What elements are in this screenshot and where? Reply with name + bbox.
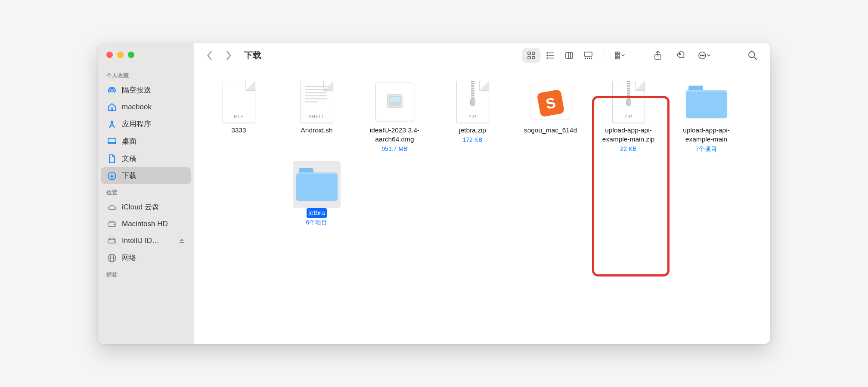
svg-rect-34 (618, 55, 620, 56)
window-controls (98, 49, 194, 68)
view-list-button[interactable] (541, 48, 559, 63)
file-content-area[interactable]: RTF3333SHELLAndroid.shideaIU-2023.3.4-aa… (194, 68, 770, 344)
sidebar-item[interactable]: IntelliJ ID… (101, 233, 191, 249)
tag-button[interactable] (675, 49, 688, 62)
file-meta: 6个项目 (306, 219, 328, 227)
file-item[interactable]: ZIPupload-app-api-example-main.zip22 KB (592, 78, 665, 153)
sidebar-item[interactable]: macbook (101, 99, 191, 115)
view-icon-button[interactable] (522, 48, 540, 63)
airdrop-icon (107, 86, 117, 95)
file-name: sogou_mac_614d (522, 126, 579, 135)
eject-icon[interactable] (179, 238, 185, 244)
file-icon: S (527, 78, 574, 126)
svg-rect-27 (585, 58, 586, 59)
svg-rect-14 (532, 52, 535, 55)
cloud-icon (107, 203, 117, 212)
svg-rect-32 (618, 52, 620, 54)
file-name: ideaIU-2023.3.4-aarch64.dmg (359, 126, 430, 144)
svg-point-8 (114, 241, 115, 242)
house-icon (107, 102, 117, 112)
group-button[interactable] (611, 48, 629, 63)
sidebar-section-header: 标签 (98, 267, 194, 280)
disk-icon (107, 219, 117, 229)
svg-rect-33 (615, 55, 617, 56)
svg-point-40 (702, 55, 703, 55)
separator (604, 51, 604, 60)
app-icon (107, 120, 117, 129)
sidebar-item[interactable]: 下载 (101, 167, 191, 184)
file-icon (293, 161, 341, 208)
file-item[interactable]: SHELLAndroid.sh (280, 78, 353, 153)
file-name: upload-app-api-example-main.zip (593, 126, 664, 144)
sidebar-item-label: 网络 (122, 253, 136, 263)
file-icon (371, 78, 418, 126)
file-item[interactable]: RTF3333 (202, 78, 276, 153)
search-button[interactable] (746, 49, 759, 62)
svg-rect-47 (389, 103, 400, 106)
file-meta: 951.7 MB (382, 145, 408, 152)
svg-rect-46 (389, 96, 400, 102)
view-column-button[interactable] (560, 48, 578, 63)
file-icon (683, 78, 730, 126)
svg-rect-15 (528, 56, 530, 59)
svg-rect-35 (615, 57, 617, 59)
forward-button[interactable] (221, 48, 236, 63)
svg-point-43 (749, 52, 755, 58)
sidebar-item-label: Macintosh HD (122, 220, 168, 228)
sidebar-section-header: 位置 (98, 184, 194, 198)
sidebar-item[interactable]: 网络 (101, 249, 191, 266)
svg-rect-1 (111, 108, 113, 111)
svg-rect-30 (591, 58, 592, 59)
svg-rect-2 (108, 138, 116, 144)
svg-rect-26 (584, 52, 592, 56)
svg-rect-31 (615, 52, 617, 54)
window-title: 下载 (244, 49, 261, 61)
sidebar-item-label: IntelliJ ID… (122, 236, 159, 245)
file-item[interactable]: upload-app-api-example-main7个项目 (670, 78, 743, 153)
sidebar-item-label: 隔空投送 (122, 85, 151, 95)
file-item[interactable]: ideaIU-2023.3.4-aarch64.dmg951.7 MB (358, 78, 431, 153)
view-switcher (522, 48, 598, 63)
sidebar-item[interactable]: 文稿 (101, 150, 191, 167)
close-button[interactable] (106, 52, 113, 58)
svg-rect-36 (618, 57, 620, 59)
svg-rect-16 (532, 56, 535, 59)
file-item[interactable]: jetbra6个项目 (280, 161, 353, 227)
sidebar-item[interactable]: Macintosh HD (101, 216, 191, 232)
file-meta: 22 KB (620, 145, 636, 152)
svg-point-0 (111, 89, 113, 92)
zoom-button[interactable] (128, 52, 134, 58)
minimize-button[interactable] (117, 52, 124, 58)
back-button[interactable] (202, 48, 217, 63)
sidebar-item[interactable]: 隔空投送 (101, 82, 191, 98)
svg-rect-13 (528, 52, 530, 55)
svg-point-21 (547, 55, 548, 56)
svg-rect-28 (587, 58, 588, 59)
file-meta: 172 KB (463, 136, 483, 143)
file-name: 3333 (229, 126, 248, 135)
sidebar-item[interactable]: iCloud 云盘 (101, 199, 191, 215)
file-icon: SHELL (293, 78, 341, 126)
sidebar-item[interactable]: 桌面 (101, 133, 191, 150)
file-name: jetbra.zip (457, 126, 488, 135)
sidebar: 个人收藏隔空投送macbook应用程序桌面文稿下载位置iCloud 云盘Maci… (98, 43, 194, 344)
doc-icon (107, 154, 117, 163)
sidebar-item[interactable]: 应用程序 (101, 116, 191, 132)
share-button[interactable] (651, 49, 664, 62)
sidebar-item-label: 应用程序 (122, 119, 151, 129)
main-pane: 下载 (194, 43, 770, 344)
file-icon: ZIP (449, 78, 496, 126)
svg-point-20 (547, 52, 548, 53)
svg-line-44 (754, 57, 756, 59)
file-item[interactable]: Ssogou_mac_614d (514, 78, 587, 153)
file-meta: 7个项目 (696, 145, 717, 153)
file-name: Android.sh (299, 126, 334, 135)
globe-icon (107, 253, 117, 263)
sidebar-section-header: 个人收藏 (98, 68, 194, 81)
view-gallery-button[interactable] (579, 48, 597, 63)
sidebar-item-label: macbook (122, 103, 152, 111)
svg-point-22 (547, 58, 548, 58)
action-button[interactable] (698, 49, 711, 62)
svg-point-42 (703, 55, 704, 55)
file-item[interactable]: ZIPjetbra.zip172 KB (436, 78, 509, 153)
